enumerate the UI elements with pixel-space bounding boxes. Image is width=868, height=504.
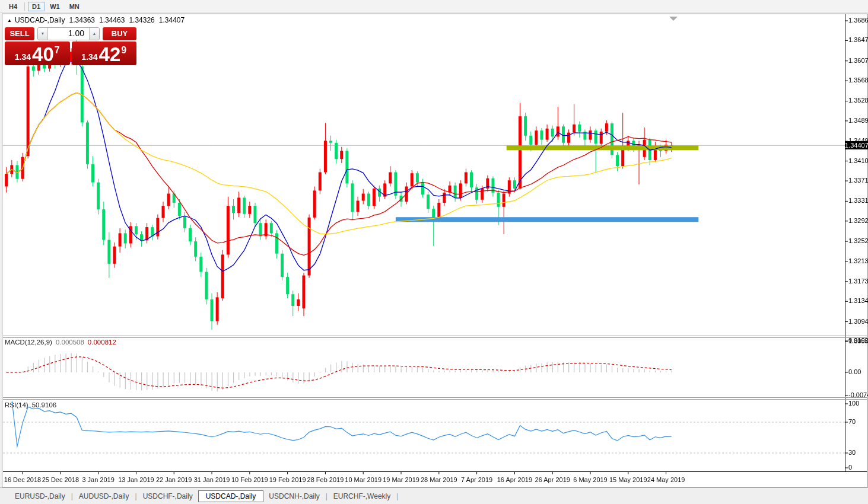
collapse-icon[interactable]: ▲ [7, 18, 12, 23]
sell-price-prefix: 1.34 [15, 52, 31, 62]
timeframe-mn-button[interactable]: MN [65, 2, 84, 11]
date-label: 15 May 2019 [607, 476, 650, 483]
timeframe-w1-button[interactable]: W1 [46, 2, 64, 11]
symbol-tab-bar: EURUSD-,Daily | AUDUSD-,Daily | USDCHF-,… [0, 487, 868, 504]
date-label: 10 Mar 2019 [342, 476, 384, 483]
tab-eurchf-weekly[interactable]: EURCHF-,Weekly [328, 490, 396, 502]
date-label: 31 Jan 2019 [190, 476, 233, 483]
rsi-tick-label: 0 [848, 464, 852, 471]
quote-open: 1.34363 [69, 16, 95, 24]
volume-input[interactable]: 1.00 [48, 28, 89, 40]
tab-separator: | [71, 492, 73, 500]
date-label: 25 Dec 2018 [39, 476, 82, 483]
date-label: 6 May 2019 [569, 476, 612, 483]
sell-button[interactable]: SELL [5, 27, 34, 40]
buy-button[interactable]: BUY [103, 27, 136, 40]
price-tick-label: 1.31730 [848, 277, 868, 285]
rsi-tick-label: 100 [848, 400, 859, 407]
price-tick-label: 1.35680 [848, 76, 868, 84]
macd-tick-label: 0.00 [848, 368, 861, 375]
quote-low: 1.34326 [129, 16, 154, 24]
date-label: 13 Jan 2019 [115, 476, 157, 483]
tab-usdchf-daily[interactable]: USDCHF-,Daily [138, 490, 198, 502]
chart-canvas[interactable] [0, 0, 868, 504]
macd-tick-label: 0.010229 [848, 337, 868, 344]
timeframe-d1-button[interactable]: D1 [28, 2, 44, 11]
macd-tick-label: -0.007477 [848, 391, 868, 398]
date-label: 19 Feb 2019 [266, 476, 309, 483]
sell-price-display[interactable]: 1.34 40 7 [5, 42, 70, 65]
volume-stepper: ▼ 1.00 ▲ [37, 27, 100, 40]
date-label: 16 Dec 2018 [1, 476, 44, 483]
volume-increase-icon[interactable]: ▲ [89, 28, 99, 40]
price-tick-label: 1.30940 [848, 318, 868, 325]
date-label: 3 Jan 2019 [77, 476, 120, 483]
buy-price-prefix: 1.34 [81, 52, 97, 62]
date-label: 19 Mar 2019 [380, 476, 422, 483]
price-tick-label: 1.35280 [848, 97, 868, 104]
price-tick-label: 1.34890 [848, 117, 868, 124]
date-label: 28 Feb 2019 [304, 476, 346, 483]
rsi-tick-label: 30 [848, 449, 856, 456]
tab-usdcnh-daily[interactable]: USDCNH-,Daily [263, 490, 325, 502]
tab-usdcad-daily[interactable]: USDCAD-,Daily [198, 490, 264, 502]
date-label: 24 May 2019 [645, 476, 688, 483]
tab-eurusd-daily[interactable]: EURUSD-,Daily [9, 490, 71, 502]
price-tick-label: 1.33710 [848, 177, 868, 184]
date-label: 10 Feb 2019 [228, 476, 271, 483]
timeframe-toolbar: H4 D1 W1 MN [0, 0, 868, 13]
rsi-label: RSI(14)50.9106 [5, 401, 56, 409]
quote-high: 1.34463 [99, 16, 125, 24]
price-tick-label: 1.34100 [848, 157, 868, 164]
macd-name: MACD(12,26,9) [5, 339, 52, 346]
quote-close: 1.34407 [159, 16, 185, 24]
price-tick-label: 1.36860 [848, 17, 868, 24]
chart-header: ▲USDCAD-,Daily1.343631.344631.343261.344… [7, 16, 185, 24]
date-label: 28 Mar 2019 [418, 476, 460, 483]
tab-separator: | [135, 492, 137, 500]
price-tick-label: 1.36070 [848, 57, 868, 64]
date-label: 26 Apr 2019 [531, 476, 574, 483]
volume-decrease-icon[interactable]: ▼ [38, 28, 48, 40]
macd-value-signal: 0.000812 [88, 339, 116, 346]
rsi-name: RSI(14) [5, 401, 28, 409]
macd-value-main: 0.000508 [56, 339, 84, 346]
chart-title: USDCAD-,Daily [15, 16, 65, 24]
rsi-tick-label: 70 [848, 418, 856, 425]
toolbar-divider [24, 2, 25, 11]
tab-separator: | [396, 492, 398, 500]
price-tick-label: 1.36470 [848, 36, 868, 43]
price-tick-label: 1.31340 [848, 297, 868, 304]
price-tick-label: 1.32920 [848, 217, 868, 224]
price-tick-label: 1.32520 [848, 237, 868, 244]
date-label: 22 Jan 2019 [152, 476, 195, 483]
tab-audusd-daily[interactable]: AUDUSD-,Daily [74, 490, 135, 502]
tab-separator: | [326, 492, 328, 500]
macd-label: MACD(12,26,9)0.0005080.000812 [5, 339, 116, 346]
price-tick-label: 1.32130 [848, 257, 868, 264]
price-tick-label: 1.33310 [848, 197, 868, 204]
one-click-trading-panel: SELL ▼ 1.00 ▲ BUY 1.34 40 7 1.34 42 9 [5, 27, 136, 65]
date-label: 7 Apr 2019 [456, 476, 498, 483]
buy-price-pip: 9 [121, 45, 126, 56]
sell-price-pip: 7 [55, 45, 60, 56]
timeframe-h4-button[interactable]: H4 [5, 2, 21, 11]
date-label: 16 Apr 2019 [493, 476, 536, 483]
current-price-box: 1.34407 [845, 141, 868, 149]
buy-price-display[interactable]: 1.34 42 9 [72, 42, 137, 65]
buy-price-main: 42 [99, 44, 121, 64]
rsi-value: 50.9106 [32, 401, 57, 409]
sell-price-main: 40 [32, 44, 54, 64]
